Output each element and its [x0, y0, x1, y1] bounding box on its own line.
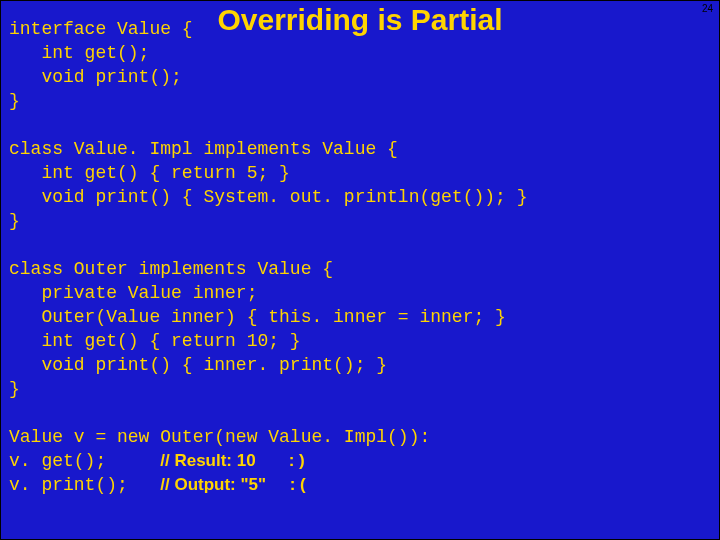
- code-line: }: [9, 211, 20, 231]
- code-line: class Outer implements Value {: [9, 259, 333, 279]
- code-line: Value v = new Outer(new Value. Impl()):: [9, 427, 430, 447]
- slide: 24 Overriding is Partial interface Value…: [0, 0, 720, 540]
- code-line: private Value inner;: [9, 283, 257, 303]
- code-line: Outer(Value inner) { this. inner = inner…: [9, 307, 506, 327]
- code-block: interface Value { int get(); void print(…: [9, 17, 527, 497]
- code-line: void print() { System. out. println(get(…: [9, 187, 527, 207]
- code-line: void print();: [9, 67, 182, 87]
- code-line: int get();: [9, 43, 149, 63]
- code-comment: // Result: 10 : ): [160, 451, 305, 470]
- code-line: int get() { return 5; }: [9, 163, 290, 183]
- code-line: }: [9, 379, 20, 399]
- code-line: v. print();: [9, 475, 160, 495]
- code-line: interface Value {: [9, 19, 193, 39]
- code-line: int get() { return 10; }: [9, 331, 301, 351]
- code-line: class Value. Impl implements Value {: [9, 139, 398, 159]
- code-line: void print() { inner. print(); }: [9, 355, 387, 375]
- code-line: v. get();: [9, 451, 160, 471]
- code-line: }: [9, 91, 20, 111]
- code-comment: // Output: "5" : (: [160, 475, 306, 494]
